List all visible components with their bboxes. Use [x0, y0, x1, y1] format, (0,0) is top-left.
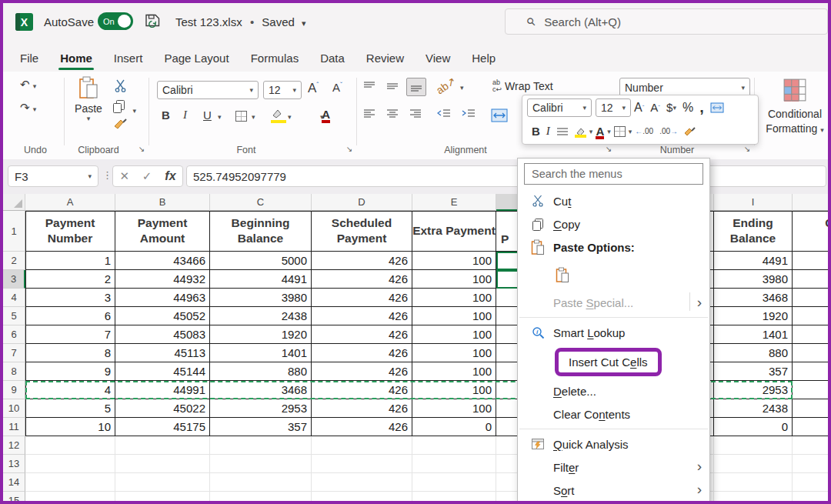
select-all-corner[interactable] [3, 194, 25, 211]
cell[interactable] [25, 436, 115, 455]
cell[interactable] [210, 473, 312, 492]
column-header[interactable]: D [312, 194, 412, 211]
header-cell[interactable]: Extra Payment [412, 211, 496, 252]
cell[interactable]: 3 [25, 289, 115, 307]
row-header[interactable]: 10 [3, 399, 25, 418]
header-cell[interactable]: Payment Amount [115, 211, 210, 252]
cell[interactable] [793, 418, 831, 436]
cell[interactable] [115, 436, 210, 455]
menu-item-paste-options[interactable]: Paste Options: [518, 235, 709, 259]
menu-item-paste-special[interactable]: Paste Special...› [518, 291, 709, 314]
mini-percent-button[interactable]: % [682, 101, 693, 115]
cell[interactable]: 100 [412, 325, 496, 344]
cell[interactable] [115, 473, 210, 492]
mini-font-name-combo[interactable]: Calibri▾ [527, 98, 592, 117]
cell[interactable]: 100 [412, 399, 496, 418]
cell[interactable] [412, 492, 496, 504]
row-header[interactable]: 2 [3, 252, 25, 270]
mini-shrink-font-button[interactable]: Aˇ [650, 101, 660, 114]
cell[interactable]: 880 [714, 344, 793, 362]
row-header[interactable]: 15 [3, 492, 25, 504]
mini-increase-decimal-button[interactable]: .00→ [659, 127, 678, 135]
row-header[interactable]: 13 [3, 455, 25, 473]
row-header[interactable]: 3 [3, 270, 25, 289]
cell[interactable]: 44963 [115, 289, 210, 307]
cell[interactable]: 357 [210, 418, 312, 436]
cell[interactable]: 45022 [115, 399, 210, 418]
cell[interactable]: 1 [25, 252, 115, 270]
cell[interactable]: 426 [312, 344, 412, 362]
cell[interactable]: 8 [25, 344, 115, 362]
cell[interactable] [210, 455, 312, 473]
header-cell[interactable]: Cum Int [793, 211, 831, 252]
cell[interactable]: 3468 [714, 289, 793, 307]
cell[interactable]: 100 [412, 381, 496, 399]
cell[interactable] [714, 455, 793, 473]
cell[interactable] [312, 455, 412, 473]
column-header[interactable]: B [115, 194, 210, 211]
row-header[interactable]: 9 [3, 381, 25, 399]
cell[interactable]: 5 [25, 399, 115, 418]
cell[interactable] [312, 436, 412, 455]
cell[interactable]: 426 [312, 325, 412, 344]
header-cell[interactable]: Ending Balance [714, 211, 793, 252]
menu-item-insert-cut-cells[interactable]: Insert Cut Cells [518, 344, 709, 379]
cell[interactable]: 4491 [210, 270, 312, 289]
row-header[interactable]: 1 [3, 211, 25, 252]
row-header[interactable]: 7 [3, 344, 25, 362]
mini-comma-style-button[interactable]: , [699, 98, 704, 116]
cell[interactable]: 3468 [210, 381, 312, 399]
mini-bold-button[interactable]: B [532, 125, 540, 138]
cell[interactable]: 426 [312, 362, 412, 381]
cell[interactable]: 100 [412, 270, 496, 289]
cell[interactable]: 45175 [115, 418, 210, 436]
menu-item-sort[interactable]: Sort› [518, 479, 709, 502]
row-header[interactable]: 4 [3, 289, 25, 307]
cell[interactable]: 100 [412, 289, 496, 307]
cell[interactable]: 44932 [115, 270, 210, 289]
menu-search-input[interactable] [524, 163, 703, 185]
mini-font-size-combo[interactable]: 12▾ [596, 98, 631, 117]
cell[interactable] [25, 473, 115, 492]
mini-decrease-decimal-button[interactable]: ←.00 [635, 127, 653, 135]
cell[interactable] [115, 492, 210, 504]
cell[interactable]: 357 [714, 362, 793, 381]
column-header[interactable]: I [714, 194, 793, 211]
cell[interactable]: 100 [412, 362, 496, 381]
mini-format-painter-button[interactable] [684, 126, 697, 137]
cell[interactable]: 1401 [714, 325, 793, 344]
cell[interactable]: 426 [312, 270, 412, 289]
cell[interactable] [793, 325, 831, 344]
cell[interactable]: 10 [25, 418, 115, 436]
cell[interactable]: 3980 [210, 289, 312, 307]
cell[interactable]: 100 [412, 252, 496, 270]
cell[interactable]: 6 [25, 307, 115, 325]
cell[interactable] [793, 307, 831, 325]
cell[interactable]: 45113 [115, 344, 210, 362]
header-cell[interactable]: Scheduled Payment [312, 211, 412, 252]
cell[interactable]: 1401 [210, 344, 312, 362]
cell[interactable]: 2953 [714, 381, 793, 399]
cell[interactable]: 0 [412, 418, 496, 436]
cell[interactable]: 1920 [714, 307, 793, 325]
column-header[interactable]: C [210, 194, 312, 211]
cell[interactable]: 44991 [115, 381, 210, 399]
menu-item-delete[interactable]: Delete... [518, 379, 709, 402]
row-header[interactable]: 12 [3, 436, 25, 455]
cell[interactable]: 45052 [115, 307, 210, 325]
cell[interactable]: 2438 [210, 307, 312, 325]
cell[interactable]: 3980 [714, 270, 793, 289]
mini-borders-dropdown[interactable]: ▾ [629, 128, 632, 135]
cell[interactable] [115, 455, 210, 473]
cell[interactable] [714, 436, 793, 455]
menu-item-copy[interactable]: Copy [518, 212, 709, 235]
cell[interactable] [793, 455, 831, 473]
mini-font-color-dropdown[interactable]: ▾ [607, 128, 611, 135]
cell[interactable] [312, 473, 412, 492]
cell[interactable]: 2 [25, 270, 115, 289]
menu-item-quick-analysis[interactable]: Quick Analysis [518, 432, 709, 456]
cell[interactable]: 43466 [115, 252, 210, 270]
cell[interactable] [793, 252, 831, 270]
cell[interactable] [210, 436, 312, 455]
cell[interactable] [412, 473, 496, 492]
